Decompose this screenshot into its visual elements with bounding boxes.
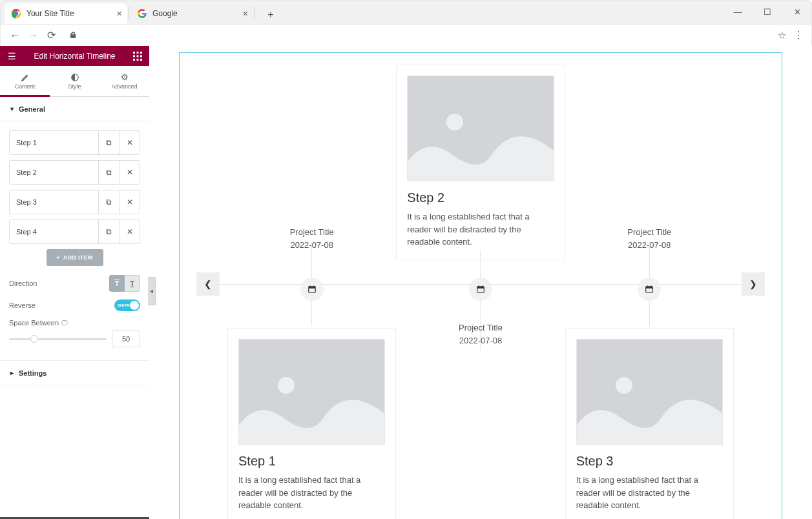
- panel-tabs: Content Style ⚙ Advanced: [0, 66, 149, 97]
- panel-header: ☰ Edit Horizontal Timeline: [0, 46, 149, 66]
- timeline-node: Project Title 2022-07-08 Step 1 It is a …: [227, 65, 396, 519]
- panel-footer: ⚙ ◧ ↺ ⌨ 👁 UPDATE ▴: [0, 517, 149, 520]
- calendar-icon: [307, 285, 317, 294]
- close-icon[interactable]: ✕: [119, 190, 140, 214]
- editor-panel: ☰ Edit Horizontal Timeline Content Style…: [0, 46, 149, 519]
- caret-down-icon: ▾: [10, 105, 14, 112]
- panel-collapse-handle[interactable]: ◂: [148, 277, 156, 305]
- close-icon[interactable]: ✕: [119, 220, 140, 243]
- tab-close-icon[interactable]: ×: [243, 8, 248, 19]
- tab-advanced[interactable]: ⚙ Advanced: [99, 66, 149, 96]
- widgets-grid-icon[interactable]: [131, 50, 144, 63]
- image-placeholder: [407, 76, 554, 181]
- preview-eye-icon[interactable]: 👁: [66, 517, 81, 520]
- duplicate-icon[interactable]: ⧉: [98, 220, 119, 243]
- reverse-toggle[interactable]: SHOW: [114, 300, 140, 311]
- node-date: 2022-07-08: [396, 334, 565, 347]
- card-title: Step 3: [576, 454, 723, 469]
- repeater-item-label: Step 4: [10, 228, 98, 236]
- repeater-item[interactable]: Step 1 ⧉ ✕: [9, 130, 140, 155]
- card-description: It is a long established fact that a rea…: [407, 210, 554, 249]
- navigator-icon[interactable]: ◧: [19, 517, 35, 520]
- lock-icon[interactable]: 🔒︎: [64, 30, 82, 40]
- nav-reload-button[interactable]: ⟳: [42, 26, 60, 45]
- project-title: Project Title: [227, 226, 396, 239]
- timeline-node: Project Title 2022-07-08 Step 3 It is a …: [565, 65, 734, 519]
- chrome-favicon-icon: [11, 8, 21, 19]
- hamburger-menu-icon[interactable]: ☰: [5, 50, 18, 63]
- gear-icon: ⚙: [121, 72, 129, 82]
- control-label-reverse: Reverse: [9, 301, 36, 309]
- card-description: It is a long established fact that a rea…: [238, 474, 385, 512]
- svg-rect-18: [477, 287, 484, 289]
- settings-gear-icon[interactable]: ⚙: [4, 517, 19, 520]
- svg-rect-7: [137, 55, 139, 57]
- section-header-settings[interactable]: ▸ Settings: [0, 361, 149, 385]
- browser-tab[interactable]: Your Site Title ×: [5, 3, 127, 24]
- node-card: Step 3 It is a long established fact tha…: [565, 328, 734, 519]
- nav-back-button[interactable]: ←: [6, 26, 24, 45]
- calendar-icon: [645, 285, 654, 294]
- calendar-icon: [476, 285, 485, 294]
- tab-style[interactable]: Style: [50, 66, 99, 96]
- close-icon[interactable]: ✕: [119, 131, 140, 154]
- repeater-item[interactable]: Step 2 ⧉ ✕: [9, 160, 140, 185]
- editor-canvas[interactable]: ❮ ❯ Project Title 2022-07-08 Step 1 It i…: [149, 46, 812, 519]
- duplicate-icon[interactable]: ⧉: [98, 190, 119, 214]
- close-icon[interactable]: ✕: [119, 161, 140, 184]
- image-placeholder: [238, 339, 385, 445]
- chrome-menu-icon[interactable]: ⋮: [791, 29, 806, 41]
- pencil-icon: [21, 73, 30, 82]
- tab-title: Google: [152, 9, 178, 18]
- node-card: Step 2 It is a long established fact tha…: [396, 65, 565, 260]
- repeater-item[interactable]: Step 3 ⧉ ✕: [9, 190, 140, 214]
- repeater-item[interactable]: Step 4 ⧉ ✕: [9, 219, 140, 244]
- timeline-prev-button[interactable]: ❮: [196, 272, 220, 296]
- window-maximize-button[interactable]: ☐: [753, 0, 782, 23]
- direction-horizontal-button[interactable]: T: [109, 275, 125, 292]
- tab-close-icon[interactable]: ×: [117, 8, 122, 19]
- direction-vertical-button[interactable]: T: [125, 275, 140, 292]
- space-between-slider[interactable]: [9, 338, 107, 340]
- tab-title: Your Site Title: [26, 9, 74, 18]
- svg-rect-5: [140, 52, 142, 54]
- horizontal-timeline: ❮ ❯ Project Title 2022-07-08 Step 1 It i…: [186, 59, 775, 519]
- svg-rect-6: [133, 55, 135, 57]
- section-header-general[interactable]: ▾ General: [0, 97, 149, 121]
- svg-rect-10: [137, 59, 139, 61]
- duplicate-icon[interactable]: ⧉: [98, 161, 119, 184]
- panel-title: Edit Horizontal Timeline: [34, 52, 115, 61]
- mountain-icon: [408, 123, 554, 181]
- add-item-button[interactable]: + ADD ITEM: [47, 249, 103, 266]
- image-placeholder: [576, 339, 723, 445]
- bookmark-star-icon[interactable]: ☆: [773, 30, 791, 41]
- responsive-icon[interactable]: 🖵: [61, 320, 68, 327]
- svg-rect-4: [137, 52, 139, 54]
- control-label-direction: Direction: [9, 280, 37, 287]
- svg-rect-8: [140, 55, 142, 57]
- new-tab-button[interactable]: +: [262, 6, 280, 24]
- nav-forward-button[interactable]: →: [24, 26, 42, 45]
- node-marker: [469, 278, 492, 301]
- selected-widget-frame[interactable]: ❮ ❯ Project Title 2022-07-08 Step 1 It i…: [179, 52, 782, 519]
- project-title: Project Title: [396, 321, 565, 334]
- plus-icon: +: [56, 254, 60, 261]
- card-title: Step 2: [407, 190, 554, 205]
- duplicate-icon[interactable]: ⧉: [98, 131, 119, 154]
- window-close-button[interactable]: ✕: [782, 0, 812, 23]
- timeline-next-button[interactable]: ❯: [742, 272, 765, 296]
- history-icon[interactable]: ↺: [35, 517, 50, 520]
- slider-thumb[interactable]: [30, 335, 38, 343]
- window-minimize-button[interactable]: —: [723, 0, 753, 23]
- browser-tab[interactable]: Google ×: [130, 3, 253, 24]
- svg-rect-3: [133, 52, 135, 54]
- card-title: Step 1: [238, 454, 385, 469]
- tab-content[interactable]: Content: [0, 66, 50, 96]
- toggle-knob: [130, 301, 139, 310]
- svg-rect-9: [133, 59, 135, 61]
- mountain-icon: [577, 386, 723, 444]
- svg-rect-22: [646, 287, 653, 289]
- google-favicon-icon: [137, 8, 147, 19]
- space-between-value[interactable]: 50: [112, 331, 140, 347]
- responsive-mode-icon[interactable]: ⌨: [50, 517, 66, 520]
